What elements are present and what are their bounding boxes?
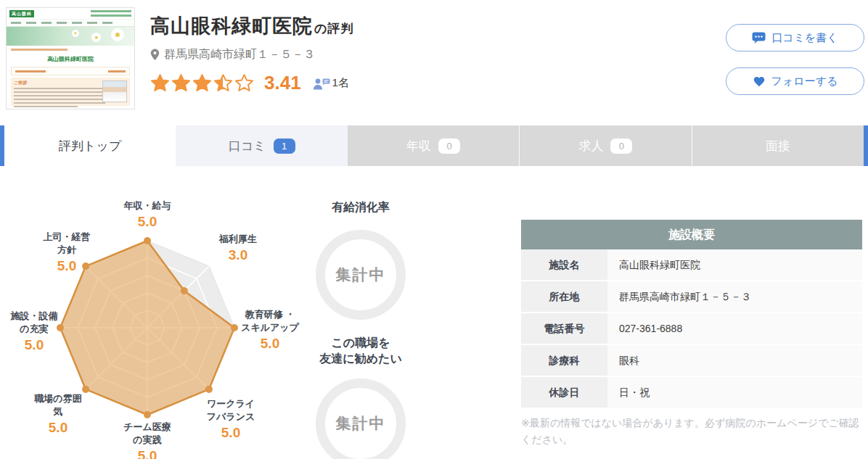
tab-label: 求人 bbox=[578, 138, 603, 154]
radar-data-point bbox=[144, 411, 151, 418]
radar-category-value: 5.0 bbox=[44, 257, 91, 276]
rating-score: 3.41 bbox=[264, 72, 301, 94]
facility-row-value: 眼科 bbox=[607, 345, 862, 376]
facility-row: 休診日日・祝 bbox=[521, 377, 862, 409]
radar-category-3: ワークライフバランス5.0 bbox=[207, 397, 255, 442]
radar-category-0: 年収・給与5.0 bbox=[124, 199, 171, 231]
facility-row: 診療科眼科 bbox=[521, 345, 862, 377]
radar-data-point bbox=[205, 386, 213, 393]
radar-data-point bbox=[144, 237, 151, 244]
facility-row: 所在地群馬県高崎市緑町１－５－３ bbox=[521, 281, 862, 313]
address-text: 群馬県高崎市緑町１－５－３ bbox=[164, 47, 315, 62]
thumb-logo: 高山眼科 bbox=[9, 10, 34, 17]
thumb-pager-links bbox=[11, 67, 130, 75]
facility-overview: 施設概要 施設名高山眼科緑町医院所在地群馬県高崎市緑町１－５－３電話番号027-… bbox=[521, 220, 862, 448]
thumb-greeting-section: ご挨拶 bbox=[11, 78, 130, 106]
reviewer-count-icon bbox=[313, 77, 330, 90]
metric-title: 有給消化率 bbox=[303, 199, 419, 215]
tab-label: 評判トップ bbox=[59, 138, 121, 154]
radar-category-4: チーム医療の実践5.0 bbox=[123, 421, 171, 459]
header-buttons: 口コミを書く フォローする bbox=[726, 24, 864, 95]
follow-button[interactable]: フォローする bbox=[726, 67, 864, 95]
facility-row-label: 休診日 bbox=[521, 377, 607, 408]
radar-data-point bbox=[82, 386, 89, 393]
facility-row: 施設名高山眼科緑町医院 bbox=[521, 249, 862, 281]
thumb-doctor-photo bbox=[102, 80, 127, 102]
radar-category-value: 5.0 bbox=[124, 212, 171, 231]
radar-category-label: チーム医療の実践 bbox=[123, 421, 171, 447]
facility-row-value: 027-361-6888 bbox=[607, 313, 862, 344]
tab-label: 年収 bbox=[406, 138, 431, 154]
radar-category-value: 5.0 bbox=[34, 418, 81, 437]
tab-badge: 1 bbox=[274, 138, 295, 154]
speech-bubble-icon bbox=[752, 32, 766, 44]
radar-category-value: 3.0 bbox=[219, 246, 257, 265]
rating-radar-chart: 年収・給与5.0福利厚生3.0教育研修 ・スキルアップ5.0ワークライフバランス… bbox=[0, 170, 327, 459]
tab-kyujin[interactable]: 求人0 bbox=[519, 125, 691, 166]
star-full-icon bbox=[171, 73, 191, 93]
radar-category-2: 教育研修 ・スキルアップ5.0 bbox=[241, 308, 299, 353]
radar-category-label: ワークライフバランス bbox=[207, 397, 255, 423]
follow-label: フォローする bbox=[771, 75, 838, 88]
radar-category-value: 5.0 bbox=[207, 423, 255, 442]
radar-category-value: 5.0 bbox=[11, 336, 58, 355]
star-rating bbox=[150, 73, 254, 93]
radar-category-label: 上司・経営方針 bbox=[44, 231, 91, 257]
thumb-banner-image bbox=[7, 27, 134, 46]
star-half-icon bbox=[213, 73, 233, 93]
radar-category-value: 5.0 bbox=[241, 334, 299, 353]
metric-status: 集計中 bbox=[336, 413, 386, 434]
facility-row: 電話番号027-361-6888 bbox=[521, 313, 862, 345]
star-empty-icon bbox=[234, 73, 254, 93]
radar-category-7: 上司・経営方針5.0 bbox=[44, 231, 91, 276]
radar-data-point bbox=[181, 287, 188, 294]
facility-row-value: 群馬県高崎市緑町１－５－３ bbox=[607, 281, 862, 312]
review-page: 高山眼科 高山眼科緑町医院 ご挨拶 高山眼科緑町医院の評判 群馬県高崎市緑町１－… bbox=[0, 0, 868, 459]
thumb-site-title: 高山眼科緑町医院 bbox=[7, 55, 134, 63]
title-suffix: の評判 bbox=[314, 22, 353, 36]
thumb-navbar bbox=[7, 19, 134, 27]
facility-row-value: 高山眼科緑町医院 bbox=[607, 249, 862, 280]
facility-note: ※最新の情報ではない場合があります。必ず病院のホームページでご確認ください。 bbox=[521, 415, 862, 448]
facility-table-body: 施設名高山眼科緑町医院所在地群馬県高崎市緑町１－５－３電話番号027-361-6… bbox=[521, 249, 862, 409]
hospital-site-thumbnail[interactable]: 高山眼科 高山眼科緑町医院 ご挨拶 bbox=[6, 7, 135, 109]
radar-category-value: 5.0 bbox=[123, 447, 171, 459]
thumb-breadcrumb bbox=[11, 49, 67, 51]
radar-category-5: 職場の雰囲気5.0 bbox=[34, 392, 81, 437]
header-main: 高山眼科緑町医院の評判 群馬県高崎市緑町１－５－３ 3.41 1名 bbox=[150, 13, 353, 94]
tab-mensetsu[interactable]: 面接 bbox=[692, 125, 864, 166]
radar-category-label: 施設・設備の充実 bbox=[11, 310, 58, 336]
location-pin-icon bbox=[150, 49, 160, 61]
tab-bar: 評判トップ口コミ1年収0求人0面接 bbox=[0, 125, 868, 166]
facility-table-header: 施設概要 bbox=[521, 220, 862, 249]
address-row: 群馬県高崎市緑町１－５－３ bbox=[150, 47, 353, 62]
daisy-flower bbox=[72, 30, 79, 37]
tab-badge: 0 bbox=[610, 138, 632, 154]
radar-data-point bbox=[231, 324, 238, 331]
facility-row-label: 診療科 bbox=[521, 345, 607, 376]
tab-nenshu[interactable]: 年収0 bbox=[348, 125, 519, 166]
radar-category-6: 施設・設備の充実5.0 bbox=[11, 310, 58, 355]
metrics-column: 有給消化率集計中この職場を友達に勧めたい集計中 bbox=[303, 170, 419, 459]
facility-row-label: 電話番号 bbox=[521, 313, 607, 344]
radar-data-point bbox=[57, 324, 64, 331]
tab-badge: 0 bbox=[438, 138, 460, 154]
radar-category-1: 福利厚生3.0 bbox=[219, 233, 257, 265]
reviewer-count: 1名 bbox=[332, 76, 349, 90]
metric-gauge: 集計中 bbox=[316, 379, 406, 459]
metric-status: 集計中 bbox=[336, 265, 386, 285]
page-title: 高山眼科緑町医院の評判 bbox=[150, 13, 353, 39]
metric-title: この職場を友達に勧めたい bbox=[303, 335, 419, 367]
tab-label: 口コミ bbox=[229, 138, 266, 154]
facility-row-label: 施設名 bbox=[521, 249, 607, 280]
hospital-name: 高山眼科緑町医院 bbox=[150, 15, 313, 37]
radar-category-label: 職場の雰囲気 bbox=[34, 392, 81, 418]
tab-label: 面接 bbox=[766, 138, 790, 154]
tab-kuchikomi[interactable]: 口コミ1 bbox=[176, 125, 347, 166]
daisy-flower bbox=[91, 33, 101, 42]
radar-category-label: 教育研修 ・スキルアップ bbox=[241, 308, 299, 334]
heart-icon bbox=[753, 75, 766, 87]
write-review-button[interactable]: 口コミを書く bbox=[726, 24, 864, 51]
star-full-icon bbox=[150, 73, 170, 93]
tab-hyoban-top[interactable]: 評判トップ bbox=[4, 125, 176, 166]
